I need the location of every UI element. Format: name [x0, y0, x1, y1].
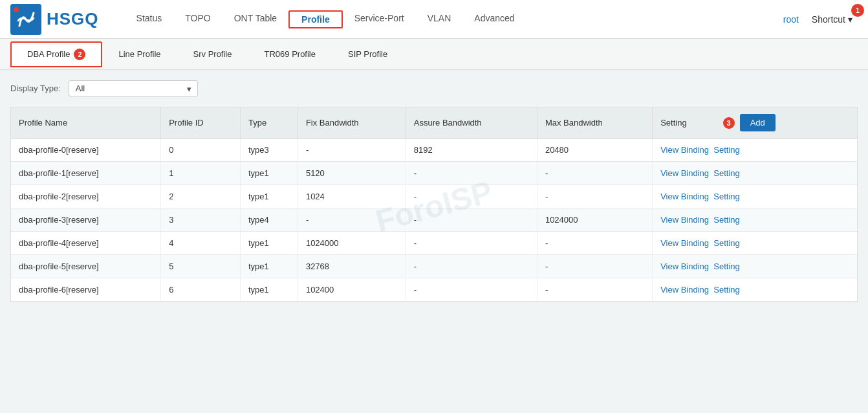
display-type-wrapper: All type1 type2 type3 type4 — [69, 80, 198, 96]
view-binding-link[interactable]: View Binding — [660, 168, 709, 178]
cell-type: type1 — [241, 232, 298, 255]
cell-profile-id: 5 — [161, 255, 241, 278]
add-button[interactable]: Add — [740, 114, 776, 131]
nav-profile-badge: 1 — [851, 4, 864, 17]
col-max-bw: Max Bandwidth — [537, 107, 652, 139]
nav-profile[interactable]: Profile 1 — [288, 10, 343, 28]
dba-table: Profile Name Profile ID Type Fix Bandwid… — [11, 107, 857, 302]
add-badge: 3 — [723, 117, 735, 129]
cell-profile-id: 0 — [161, 139, 241, 162]
cell-setting: View Binding Setting — [653, 208, 857, 232]
view-binding-link[interactable]: View Binding — [660, 145, 709, 155]
tab-line-profile[interactable]: Line Profile — [102, 41, 177, 67]
cell-profile-name: dba-profile-3[reserve] — [11, 208, 161, 232]
cell-setting: View Binding Setting — [653, 232, 857, 255]
col-type-label: Type — [248, 118, 266, 128]
header: HSGQ Status TOPO ONT Table Profile 1 Ser… — [0, 0, 868, 39]
setting-link[interactable]: Setting — [713, 285, 739, 295]
cell-fix-bw: 1024 — [298, 185, 406, 208]
cell-assure-bw: 8192 — [406, 139, 537, 162]
content-area: Display Type: All type1 type2 type3 type… — [0, 70, 868, 313]
cell-profile-name: dba-profile-0[reserve] — [11, 139, 161, 162]
cell-max-bw: - — [537, 162, 652, 185]
col-setting: Setting 3 Add — [653, 107, 857, 139]
view-binding-link[interactable]: View Binding — [660, 238, 709, 248]
setting-link[interactable]: Setting — [713, 215, 739, 225]
cell-fix-bw: - — [298, 208, 406, 232]
nav-advanced[interactable]: Advanced — [462, 0, 526, 39]
table-row: dba-profile-6[reserve]6type1102400--View… — [11, 278, 857, 302]
nav-topo[interactable]: TOPO — [173, 0, 222, 39]
setting-link[interactable]: Setting — [713, 145, 739, 155]
cell-fix-bw: - — [298, 139, 406, 162]
setting-link[interactable]: Setting — [713, 262, 739, 271]
cell-profile-id: 4 — [161, 232, 241, 255]
cell-assure-bw: - — [406, 185, 537, 208]
shortcut-label: Shortcut — [812, 14, 845, 25]
tab-sip-profile[interactable]: SIP Profile — [332, 41, 404, 67]
cell-type: type1 — [241, 185, 298, 208]
display-type-select[interactable]: All type1 type2 type3 type4 — [69, 80, 198, 96]
logo-dot — [14, 7, 19, 12]
table-body: dba-profile-0[reserve]0type3-819220480Vi… — [11, 139, 857, 302]
main-nav: Status TOPO ONT Table Profile 1 Service-… — [125, 0, 778, 39]
col-type: Type — [241, 107, 298, 139]
cell-type: type4 — [241, 208, 298, 232]
tab-srv-profile[interactable]: Srv Profile — [177, 41, 248, 67]
tab-tr069-profile[interactable]: TR069 Profile — [248, 41, 332, 67]
cell-max-bw: - — [537, 255, 652, 278]
filter-label: Display Type: — [10, 84, 61, 93]
view-binding-link[interactable]: View Binding — [660, 262, 709, 271]
logo-text: HSGQ — [47, 9, 99, 29]
view-binding-link[interactable]: View Binding — [660, 215, 709, 225]
logo-area: HSGQ — [10, 4, 99, 35]
table-row: dba-profile-0[reserve]0type3-819220480Vi… — [11, 139, 857, 162]
view-binding-link[interactable]: View Binding — [660, 192, 709, 201]
table-row: dba-profile-2[reserve]2type11024--View B… — [11, 185, 857, 208]
nav-vlan[interactable]: VLAN — [416, 0, 463, 39]
cell-profile-name: dba-profile-2[reserve] — [11, 185, 161, 208]
setting-link[interactable]: Setting — [713, 168, 739, 178]
tab-dba-profile[interactable]: DBA Profile 2 — [10, 41, 102, 67]
cell-assure-bw: - — [406, 208, 537, 232]
cell-fix-bw: 32768 — [298, 255, 406, 278]
nav-status[interactable]: Status — [125, 0, 174, 39]
tab-tr069-profile-label: TR069 Profile — [265, 49, 316, 59]
col-profile-name-label: Profile Name — [19, 118, 67, 128]
cell-setting: View Binding Setting — [653, 185, 857, 208]
cell-max-bw: - — [537, 232, 652, 255]
cell-fix-bw: 102400 — [298, 278, 406, 302]
tab-line-profile-label: Line Profile — [118, 49, 160, 59]
view-binding-link[interactable]: View Binding — [660, 285, 709, 295]
col-assure-bw: Assure Bandwidth — [406, 107, 537, 139]
col-fix-bw-label: Fix Bandwidth — [306, 118, 359, 128]
nav-ont-table[interactable]: ONT Table — [222, 0, 288, 39]
setting-link[interactable]: Setting — [713, 192, 739, 201]
table-row: dba-profile-4[reserve]4type11024000--Vie… — [11, 232, 857, 255]
tab-srv-profile-label: Srv Profile — [193, 49, 232, 59]
cell-profile-id: 6 — [161, 278, 241, 302]
th-add-area: Setting 3 Add — [660, 114, 849, 131]
cell-profile-name: dba-profile-6[reserve] — [11, 278, 161, 302]
cell-assure-bw: - — [406, 278, 537, 302]
sub-tabs: DBA Profile 2 Line Profile Srv Profile T… — [0, 39, 868, 70]
table-header-row: Profile Name Profile ID Type Fix Bandwid… — [11, 107, 857, 139]
logo-icon — [10, 4, 41, 35]
nav-service-port[interactable]: Service-Port — [343, 0, 416, 39]
tab-sip-profile-label: SIP Profile — [348, 49, 387, 59]
cell-type: type1 — [241, 278, 298, 302]
col-max-bw-label: Max Bandwidth — [545, 118, 603, 128]
tab-dba-profile-label: DBA Profile — [27, 49, 70, 59]
cell-max-bw: - — [537, 185, 652, 208]
cell-max-bw: 20480 — [537, 139, 652, 162]
col-profile-id: Profile ID — [161, 107, 241, 139]
cell-assure-bw: - — [406, 255, 537, 278]
setting-link[interactable]: Setting — [713, 238, 739, 248]
cell-type: type1 — [241, 162, 298, 185]
nav-shortcut[interactable]: Shortcut ▾ — [807, 14, 858, 25]
nav-right: root Shortcut ▾ — [778, 14, 858, 25]
col-profile-name: Profile Name — [11, 107, 161, 139]
cell-max-bw: 1024000 — [537, 208, 652, 232]
col-profile-id-label: Profile ID — [169, 118, 203, 128]
nav-user: root — [778, 14, 804, 25]
